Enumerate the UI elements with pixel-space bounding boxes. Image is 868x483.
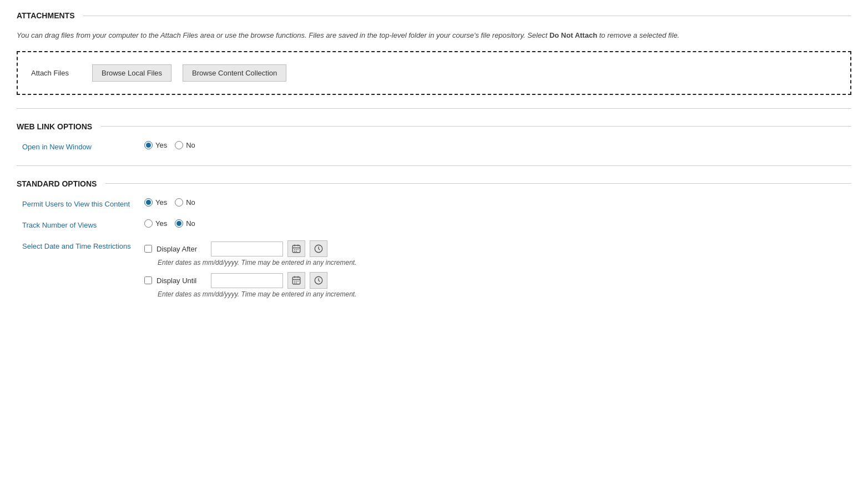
calendar-icon bbox=[291, 244, 301, 254]
permit-users-label: Permit Users to View this Content bbox=[22, 198, 144, 209]
attachments-header: ATTACHMENTS bbox=[17, 11, 851, 20]
display-until-date-input[interactable] bbox=[211, 273, 283, 288]
web-link-header: WEB LINK OPTIONS bbox=[17, 122, 851, 131]
browse-content-collection-button[interactable]: Browse Content Collection bbox=[183, 64, 286, 82]
track-views-row: Track Number of Views Yes No bbox=[17, 219, 851, 230]
divider-1 bbox=[17, 108, 851, 109]
svg-rect-17 bbox=[294, 283, 295, 284]
display-until-checkbox[interactable] bbox=[144, 276, 152, 284]
open-new-window-no-radio[interactable] bbox=[175, 141, 183, 149]
browse-local-files-button[interactable]: Browse Local Files bbox=[92, 64, 171, 82]
display-after-hint: Enter dates as mm/dd/yyyy. Time may be e… bbox=[158, 259, 357, 266]
display-after-row: Display After bbox=[144, 240, 357, 257]
display-until-block: Display Until bbox=[144, 272, 357, 298]
track-no-option[interactable]: No bbox=[175, 219, 195, 228]
display-until-label: Display Until bbox=[157, 276, 206, 285]
clock-icon bbox=[314, 244, 324, 254]
svg-rect-5 bbox=[296, 249, 297, 250]
svg-rect-7 bbox=[294, 251, 295, 252]
display-after-label: Display After bbox=[157, 245, 206, 253]
web-link-options-section: WEB LINK OPTIONS Open in New Window Yes … bbox=[17, 122, 851, 152]
display-after-calendar-button[interactable] bbox=[287, 240, 305, 257]
display-after-block: Display After bbox=[144, 240, 357, 266]
track-yes-radio[interactable] bbox=[144, 219, 153, 228]
attachments-title: ATTACHMENTS bbox=[17, 11, 74, 20]
permit-yes-option[interactable]: Yes bbox=[144, 198, 167, 207]
date-restrictions-row: Select Date and Time Restrictions Displa… bbox=[17, 240, 851, 298]
display-until-hint: Enter dates as mm/dd/yyyy. Time may be e… bbox=[158, 290, 357, 298]
track-views-label: Track Number of Views bbox=[22, 219, 144, 230]
svg-rect-4 bbox=[294, 249, 295, 250]
track-views-controls: Yes No bbox=[144, 219, 195, 228]
display-until-time-button[interactable] bbox=[310, 272, 327, 289]
divider-2 bbox=[17, 165, 851, 166]
track-yes-option[interactable]: Yes bbox=[144, 219, 167, 228]
permit-no-option[interactable]: No bbox=[175, 198, 195, 207]
permit-yes-radio[interactable] bbox=[144, 198, 153, 207]
display-after-time-button[interactable] bbox=[310, 240, 327, 257]
date-restriction-controls: Display After bbox=[144, 240, 357, 298]
open-new-window-label: Open in New Window bbox=[22, 141, 144, 152]
permit-no-radio[interactable] bbox=[175, 198, 183, 207]
display-after-date-input[interactable] bbox=[211, 242, 283, 256]
display-until-calendar-button[interactable] bbox=[287, 272, 305, 289]
attachments-section: ATTACHMENTS You can drag files from your… bbox=[17, 11, 851, 95]
svg-rect-14 bbox=[294, 281, 295, 282]
track-yes-label: Yes bbox=[155, 219, 167, 228]
permit-users-row: Permit Users to View this Content Yes No bbox=[17, 198, 851, 209]
attachments-description: You can drag files from your computer to… bbox=[17, 30, 851, 41]
open-new-window-yes-label: Yes bbox=[155, 141, 167, 149]
standard-options-header: STANDARD OPTIONS bbox=[17, 179, 851, 188]
svg-rect-8 bbox=[296, 251, 297, 252]
track-no-radio[interactable] bbox=[175, 219, 183, 228]
svg-rect-15 bbox=[296, 281, 297, 282]
permit-users-controls: Yes No bbox=[144, 198, 195, 207]
open-new-window-yes-radio[interactable] bbox=[144, 141, 153, 149]
attach-files-label: Attach Files bbox=[31, 69, 81, 77]
display-after-checkbox[interactable] bbox=[144, 245, 152, 253]
open-new-window-yes-option[interactable]: Yes bbox=[144, 141, 167, 149]
svg-rect-6 bbox=[297, 249, 299, 250]
web-link-header-line bbox=[101, 126, 851, 127]
open-new-window-row: Open in New Window Yes No bbox=[17, 141, 851, 152]
display-until-row: Display Until bbox=[144, 272, 357, 289]
open-new-window-controls: Yes No bbox=[144, 141, 195, 149]
calendar-icon-2 bbox=[291, 275, 301, 285]
date-restrictions-label: Select Date and Time Restrictions bbox=[22, 240, 144, 251]
svg-rect-18 bbox=[296, 283, 297, 284]
permit-yes-label: Yes bbox=[155, 198, 167, 207]
standard-options-section: STANDARD OPTIONS Permit Users to View th… bbox=[17, 179, 851, 298]
attachments-header-line bbox=[83, 16, 851, 16]
clock-icon-2 bbox=[314, 275, 324, 285]
standard-options-title: STANDARD OPTIONS bbox=[17, 179, 97, 188]
open-new-window-no-option[interactable]: No bbox=[175, 141, 195, 149]
web-link-title: WEB LINK OPTIONS bbox=[17, 122, 92, 131]
svg-rect-16 bbox=[297, 281, 299, 282]
open-new-window-no-label: No bbox=[186, 141, 195, 149]
track-no-label: No bbox=[186, 219, 195, 228]
attach-files-dropzone: Attach Files Browse Local Files Browse C… bbox=[17, 51, 851, 95]
standard-options-header-line bbox=[105, 183, 851, 184]
permit-no-label: No bbox=[186, 198, 195, 207]
